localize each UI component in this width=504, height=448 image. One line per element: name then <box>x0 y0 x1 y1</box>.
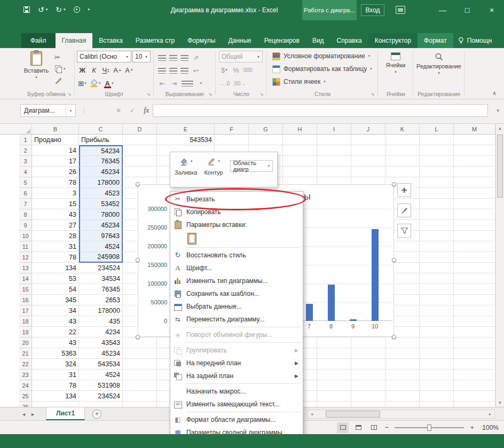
cell-B3[interactable]: 17 <box>32 156 79 167</box>
row-header-24[interactable]: 24 <box>19 380 32 391</box>
cell-M3[interactable] <box>454 156 495 167</box>
row-header-25[interactable]: 25 <box>19 391 32 402</box>
cell-C15[interactable]: 76345 <box>79 284 123 295</box>
scroll-right-icon[interactable]: ▸ <box>486 412 494 416</box>
column-header-L[interactable]: L <box>420 124 454 135</box>
ribbon-tab-help[interactable]: Справка <box>330 33 368 48</box>
cells-button[interactable]: Ячейки ▾ <box>379 52 412 74</box>
column-header-B[interactable]: B <box>32 124 79 135</box>
cell-J21[interactable] <box>351 348 385 359</box>
chart-styles-button[interactable] <box>397 203 411 217</box>
cell-B6[interactable]: 3 <box>32 188 79 199</box>
shrink-font-button[interactable]: А▼ <box>125 65 133 75</box>
cell-M5[interactable] <box>454 177 495 188</box>
row-header-14[interactable]: 14 <box>19 273 32 284</box>
cell-C23[interactable]: 4524 <box>79 370 123 380</box>
conditional-formatting-button[interactable]: Условное форматирование▾ <box>268 50 377 62</box>
decrease-indent-button[interactable]: ⇤ <box>158 78 167 89</box>
cell-M24[interactable] <box>454 380 495 391</box>
customize-qat-button[interactable]: ▾ <box>88 5 90 14</box>
cell-L4[interactable] <box>420 167 454 177</box>
cell-K25[interactable] <box>385 391 420 402</box>
row-header-10[interactable]: 10 <box>19 231 32 241</box>
tellme-button[interactable]: Помощн <box>453 33 497 48</box>
select-all-corner[interactable] <box>19 124 32 135</box>
cell-M26[interactable] <box>454 402 495 407</box>
cell-C13[interactable]: 234524 <box>79 263 123 273</box>
menu-item-reset-style[interactable]: Восстановить стиль <box>170 249 303 262</box>
cell-H3[interactable] <box>283 156 317 167</box>
column-header-D[interactable]: D <box>123 124 157 135</box>
cell-B5[interactable]: 78 <box>32 177 79 188</box>
ribbon-tab-review[interactable]: Рецензиров <box>258 33 306 48</box>
cell-B13[interactable]: 134 <box>32 263 79 273</box>
zoom-level[interactable]: 100% <box>482 424 499 431</box>
row-header-20[interactable]: 20 <box>19 337 32 348</box>
cell-M15[interactable] <box>454 284 495 295</box>
cell-M7[interactable] <box>454 199 495 209</box>
borders-button[interactable]: ⊞▾ <box>78 78 86 89</box>
cell-K21[interactable] <box>385 348 420 359</box>
cell-I20[interactable] <box>317 337 351 348</box>
cell-C8[interactable]: 78000 <box>79 209 123 220</box>
cell-styles-button[interactable]: Стили ячеек▾ <box>268 75 377 88</box>
sheet-nav-left-icon[interactable]: ◂ <box>22 411 25 417</box>
cell-C17[interactable]: 178000 <box>79 305 123 316</box>
cell-B19[interactable]: 22 <box>32 327 79 337</box>
scroll-up-icon[interactable]: ▲ <box>496 124 504 132</box>
undo-button[interactable]: ↺▾ <box>38 5 48 14</box>
cell-L26[interactable] <box>420 402 454 407</box>
wrap-text-button[interactable]: ↩ <box>192 65 200 76</box>
close-button[interactable]: × <box>479 0 504 20</box>
format-painter-button[interactable] <box>54 76 66 85</box>
menu-item-paste-option[interactable] <box>170 231 303 246</box>
menu-item-font[interactable]: Шрифт... <box>170 262 303 274</box>
cell-B26[interactable] <box>32 402 79 407</box>
sign-in-button[interactable]: Вход <box>361 4 384 16</box>
column-header-E[interactable]: E <box>157 124 215 135</box>
cell-D22[interactable] <box>123 359 157 370</box>
cell-H4[interactable] <box>283 167 317 177</box>
cell-K23[interactable] <box>385 370 420 380</box>
column-header-G[interactable]: G <box>249 124 283 135</box>
cell-L11[interactable] <box>420 241 454 252</box>
expand-formula-bar-icon[interactable]: ▾ <box>497 108 499 113</box>
font-color-button[interactable]: А▾ <box>104 78 114 89</box>
cell-B1[interactable]: Продано <box>32 135 79 145</box>
cell-C16[interactable]: 2653 <box>79 295 123 305</box>
cell-J4[interactable] <box>351 167 385 177</box>
cell-K26[interactable] <box>385 402 420 407</box>
cell-C1[interactable]: Прибыль <box>79 135 123 145</box>
cell-C6[interactable]: 4523 <box>79 188 123 199</box>
sheet-nav-right-icon[interactable]: ▸ <box>32 411 34 417</box>
view-page-break-button[interactable] <box>368 422 380 433</box>
insert-function-button[interactable]: fx <box>144 106 149 115</box>
font-name-select[interactable]: Calibri (Осно▾ <box>77 51 131 62</box>
cell-D24[interactable] <box>123 380 157 391</box>
cut-button[interactable]: ✂ <box>54 52 66 62</box>
cell-L8[interactable] <box>420 209 454 220</box>
save-button[interactable] <box>23 6 30 13</box>
cell-C5[interactable]: 178000 <box>79 177 123 188</box>
dialog-launcher-icon[interactable]: ↘ <box>207 91 214 97</box>
dialog-launcher-icon[interactable]: ↘ <box>66 91 73 97</box>
menu-item-bring-to-front[interactable]: На передний план▶ <box>170 357 303 370</box>
cell-D1[interactable] <box>123 135 157 145</box>
cell-I4[interactable] <box>317 167 351 177</box>
copy-button[interactable]: ▾ <box>54 64 66 74</box>
cell-J20[interactable] <box>351 337 385 348</box>
ribbon-tab-chart-format[interactable]: Формат <box>418 33 453 48</box>
cell-C7[interactable]: 53452 <box>79 199 123 209</box>
row-header-3[interactable]: 3 <box>19 156 32 167</box>
format-as-table-button[interactable]: Форматировать как таблицу▾ <box>268 62 377 75</box>
cell-L16[interactable] <box>420 295 454 305</box>
row-header-1[interactable]: 1 <box>19 135 32 145</box>
name-box[interactable]: Диаграм... ▾ <box>20 104 76 117</box>
scroll-left-icon[interactable]: ◂ <box>308 412 316 416</box>
cell-M20[interactable] <box>454 337 495 348</box>
menu-item-change-chart-type[interactable]: Изменить тип диаграммы... <box>170 274 303 287</box>
cell-G1[interactable] <box>249 135 283 145</box>
cell-F1[interactable] <box>215 135 249 145</box>
menu-item-format-chart-area[interactable]: Формат области диаграммы... <box>170 413 303 426</box>
view-normal-button[interactable] <box>337 422 349 433</box>
